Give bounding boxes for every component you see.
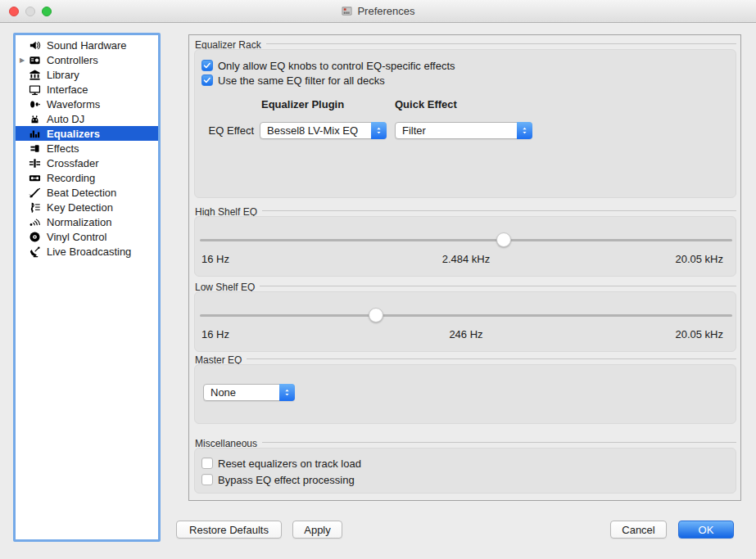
equalizer-bars-icon <box>29 128 42 140</box>
robot-icon <box>29 113 42 125</box>
app-icon <box>341 5 353 17</box>
sidebar-item-live-broadcasting[interactable]: ▶ Live Broadcasting <box>16 244 158 259</box>
controller-icon <box>29 54 42 66</box>
whip-icon <box>29 187 42 199</box>
cassette-icon <box>29 172 42 184</box>
checkbox-label: Only allow EQ knobs to control EQ-specif… <box>218 60 455 72</box>
high-shelf-value: 2.484 kHz <box>195 253 737 265</box>
title-area: Preferences <box>0 0 756 22</box>
plug-icon <box>29 142 42 155</box>
equalizer-plugin-header: Equalizer Plugin <box>261 98 344 110</box>
miscellaneous-checkbox-0[interactable] <box>201 458 213 469</box>
high-shelf-slider[interactable] <box>200 232 732 247</box>
sidebar-item-recording[interactable]: ▶ Recording <box>16 170 158 185</box>
window-title: Preferences <box>357 5 414 17</box>
equalizer-rack-section: Equalizer Rack Only allow EQ knobs to co… <box>194 37 736 198</box>
groupbox-line <box>194 358 736 359</box>
chevron-updown-icon <box>517 122 532 139</box>
sidebar-item-beat-detection[interactable]: ▶ Beat Detection <box>16 185 158 200</box>
crossfader-icon <box>29 157 42 169</box>
master-eq-value: None <box>204 386 279 399</box>
clef-icon <box>29 201 42 214</box>
disclosure-triangle-icon[interactable]: ▶ <box>16 56 29 64</box>
miscellaneous-box: Reset equalizers on track load Bypass EQ… <box>194 448 736 494</box>
slider-handle[interactable] <box>369 308 383 322</box>
equalizer-plugin-select[interactable]: Bessel8 LV-Mix EQ <box>260 122 387 139</box>
miscellaneous-section: Miscellaneous Reset equalizers on track … <box>194 435 736 494</box>
low-shelf-slider[interactable] <box>200 308 732 322</box>
sidebar-item-interface[interactable]: ▶ Interface <box>16 82 158 97</box>
sidebar-item-vinyl-control[interactable]: ▶ Vinyl Control <box>16 229 158 244</box>
slider-track[interactable] <box>200 314 732 317</box>
miscellaneous-checkbox-1[interactable] <box>201 474 213 485</box>
vinyl-icon <box>29 231 42 243</box>
waveform-icon <box>29 98 42 110</box>
preferences-category-list: ▶ Sound Hardware ▶ Controllers ▶ Library… <box>13 33 161 542</box>
apply-button[interactable]: Apply <box>292 521 342 539</box>
high-shelf-box: 16 Hz 2.484 kHz 20.05 kHz <box>194 216 736 277</box>
sidebar-item-library[interactable]: ▶ Library <box>16 67 158 82</box>
equalizer-rack-checkbox-1[interactable] <box>201 74 213 86</box>
ok-button[interactable]: OK <box>678 521 734 539</box>
high-shelf-section: High Shelf EQ 16 Hz 2.484 kHz 20.05 kHz <box>194 204 736 277</box>
sidebar-item-normalization[interactable]: ▶ Normalization <box>16 214 158 229</box>
low-shelf-max: 20.05 kHz <box>675 328 723 340</box>
monitor-icon <box>29 83 42 96</box>
quick-effect-select[interactable]: Filter <box>395 122 532 139</box>
content-panel: Equalizer Rack Only allow EQ knobs to co… <box>188 34 741 501</box>
groupbox-line <box>194 286 736 286</box>
slider-handle[interactable] <box>496 232 511 247</box>
chevron-updown-icon <box>371 122 387 139</box>
master-eq-section: Master EQ None <box>194 352 736 424</box>
quick-effect-value: Filter <box>396 124 517 137</box>
master-eq-select[interactable]: None <box>203 384 295 401</box>
checkbox-label: Reset equalizers on track load <box>218 458 361 470</box>
soundwave-icon <box>29 216 42 228</box>
sidebar-item-waveforms[interactable]: ▶ Waveforms <box>16 97 158 111</box>
cancel-button[interactable]: Cancel <box>610 521 667 539</box>
library-icon <box>29 69 42 81</box>
chevron-updown-icon <box>279 384 295 401</box>
restore-defaults-button[interactable]: Restore Defaults <box>176 521 282 539</box>
groupbox-line <box>194 43 736 44</box>
checkbox-label: Use the same EQ filter for all decks <box>218 74 385 87</box>
sidebar-item-crossfader[interactable]: ▶ Crossfader <box>16 156 158 170</box>
high-shelf-max: 20.05 kHz <box>675 253 723 265</box>
sidebar-item-equalizers[interactable]: ▶ Equalizers <box>16 126 158 141</box>
sidebar-item-auto-dj[interactable]: ▶ Auto DJ <box>16 111 158 126</box>
low-shelf-section: Low Shelf EQ 16 Hz 246 Hz 20.05 kHz <box>194 279 736 352</box>
sidebar-item-sound-hardware[interactable]: ▶ Sound Hardware <box>16 38 158 52</box>
groupbox-line <box>194 442 736 443</box>
groupbox-line <box>194 210 736 211</box>
low-shelf-value: 246 Hz <box>195 328 737 340</box>
low-shelf-box: 16 Hz 246 Hz 20.05 kHz <box>194 291 736 352</box>
slider-track[interactable] <box>200 239 732 241</box>
equalizer-rack-checkbox-0[interactable] <box>201 60 213 71</box>
sidebar-item-key-detection[interactable]: ▶ Key Detection <box>16 200 158 214</box>
master-eq-box: None <box>194 364 736 424</box>
sidebar-item-effects[interactable]: ▶ Effects <box>16 141 158 156</box>
titlebar: Preferences <box>0 0 756 23</box>
checkbox-label: Bypass EQ effect processing <box>218 474 355 486</box>
satellite-icon <box>29 246 42 258</box>
eq-effect-label: EQ Effect <box>206 124 254 137</box>
sidebar-item-controllers[interactable]: ▶ Controllers <box>16 52 158 67</box>
quick-effect-header: Quick Effect <box>395 98 457 110</box>
equalizer-rack-box: Only allow EQ knobs to control EQ-specif… <box>194 49 736 198</box>
speaker-icon <box>29 39 42 52</box>
equalizer-plugin-value: Bessel8 LV-Mix EQ <box>260 124 371 137</box>
